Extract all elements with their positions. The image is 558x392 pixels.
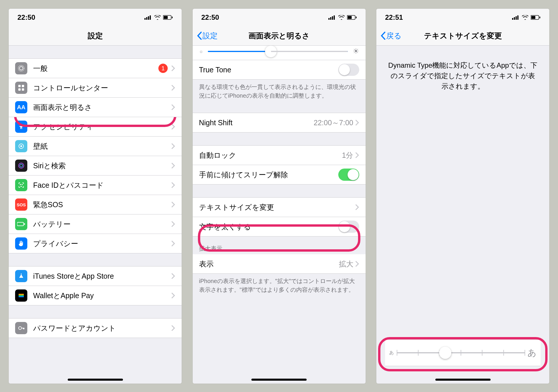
svg-rect-31 bbox=[348, 16, 352, 19]
svg-rect-34 bbox=[514, 17, 515, 20]
svg-rect-5 bbox=[164, 16, 168, 19]
raise-toggle[interactable] bbox=[338, 169, 359, 181]
row-siri[interactable]: Siriと検索 bbox=[9, 156, 182, 176]
svg-point-15 bbox=[20, 145, 22, 147]
chevron-left-icon bbox=[380, 32, 386, 40]
row-control-center[interactable]: コントロールセンター bbox=[9, 78, 182, 98]
status-bar: 22:50 bbox=[9, 9, 182, 26]
row-sos[interactable]: SOS 緊急SOS bbox=[9, 195, 182, 214]
chevron-right-icon bbox=[171, 143, 175, 149]
svg-rect-20 bbox=[17, 222, 24, 226]
svg-rect-1 bbox=[146, 17, 147, 20]
chevron-right-icon bbox=[355, 204, 359, 210]
back-button[interactable]: 設定 bbox=[193, 31, 218, 41]
svg-rect-29 bbox=[334, 15, 335, 20]
battery-icon bbox=[15, 218, 27, 230]
svg-rect-22 bbox=[19, 294, 24, 295]
text-size-icon: AA bbox=[15, 101, 27, 113]
row-battery[interactable]: バッテリー bbox=[9, 214, 182, 234]
chevron-right-icon bbox=[171, 85, 175, 91]
appstore-icon bbox=[15, 270, 27, 282]
sun-large-icon: ☀ bbox=[353, 47, 359, 56]
small-a-label: あ bbox=[389, 350, 394, 356]
signal-icon bbox=[512, 15, 520, 20]
chevron-right-icon bbox=[171, 162, 175, 169]
chevron-right-icon bbox=[171, 182, 175, 188]
control-center-icon bbox=[15, 82, 27, 94]
svg-rect-9 bbox=[18, 85, 21, 87]
svg-rect-26 bbox=[328, 18, 330, 20]
svg-point-13 bbox=[20, 124, 22, 126]
svg-rect-11 bbox=[18, 88, 21, 91]
chevron-right-icon bbox=[171, 201, 175, 208]
display-brightness-screen: 22:50 設定 画面表示と明るさ ☼ ☀ True Tone 異なる環境でも色… bbox=[193, 9, 366, 384]
home-indicator bbox=[68, 379, 123, 381]
status-icons bbox=[328, 15, 357, 20]
chevron-right-icon bbox=[355, 152, 359, 158]
svg-point-7 bbox=[19, 67, 23, 70]
row-nightshift[interactable]: Night Shift 22:00～7:00 bbox=[193, 113, 366, 133]
home-indicator bbox=[435, 379, 491, 381]
svg-rect-27 bbox=[330, 17, 331, 20]
svg-rect-12 bbox=[22, 88, 24, 91]
chevron-right-icon bbox=[171, 104, 175, 110]
brightness-slider[interactable] bbox=[208, 51, 348, 52]
chevron-right-icon bbox=[171, 240, 175, 247]
brightness-slider-row: ☼ ☀ bbox=[193, 46, 366, 60]
clock: 22:50 bbox=[17, 13, 35, 22]
text-size-screen: 22:51 戻る テキストサイズを変更 Dynamic Type機能に対応してい… bbox=[376, 9, 549, 384]
badge: 1 bbox=[158, 64, 168, 73]
svg-point-16 bbox=[19, 163, 24, 168]
row-autolock[interactable]: 自動ロック 1分 bbox=[193, 145, 366, 165]
clock: 22:50 bbox=[201, 13, 219, 22]
row-itunes[interactable]: iTunes StoreとApp Store bbox=[9, 266, 182, 286]
row-passwords[interactable]: パスワードとアカウント bbox=[9, 318, 182, 338]
row-wallet[interactable]: WalletとApple Pay bbox=[9, 286, 182, 305]
signal-icon bbox=[328, 15, 336, 20]
nav-bar: 設定 画面表示と明るさ bbox=[193, 26, 366, 46]
row-wallpaper[interactable]: 壁紙 bbox=[9, 137, 182, 156]
nav-bar: 設定 bbox=[9, 26, 182, 46]
svg-rect-36 bbox=[517, 15, 518, 20]
row-faceid[interactable]: Face IDとパスコード bbox=[9, 176, 182, 195]
svg-rect-21 bbox=[24, 223, 25, 225]
battery-icon bbox=[163, 15, 173, 20]
accessibility-icon bbox=[15, 121, 27, 133]
truetone-toggle[interactable] bbox=[338, 64, 359, 76]
battery-icon bbox=[531, 15, 541, 20]
zoom-header: 拡大表示 bbox=[193, 237, 366, 254]
nav-bar: 戻る テキストサイズを変更 bbox=[376, 26, 549, 46]
chevron-right-icon bbox=[171, 273, 175, 279]
svg-rect-38 bbox=[531, 16, 535, 19]
row-accessibility[interactable]: アクセシビリティ bbox=[9, 117, 182, 137]
settings-screen: 22:50 設定 一般 1 コントロールセンター AA 画面表示と明るさ bbox=[9, 9, 182, 384]
wifi-icon bbox=[522, 15, 528, 20]
row-privacy[interactable]: プライバシー bbox=[9, 234, 182, 253]
slider-knob[interactable] bbox=[439, 347, 451, 359]
row-truetone[interactable]: True Tone bbox=[193, 60, 366, 80]
home-indicator bbox=[251, 379, 307, 381]
svg-rect-28 bbox=[332, 16, 333, 20]
row-general[interactable]: 一般 1 bbox=[9, 58, 182, 78]
text-size-slider-area: あ あ bbox=[385, 339, 541, 366]
page-title: テキストサイズを変更 bbox=[424, 31, 502, 41]
row-raise-to-wake[interactable]: 手前に傾けてスリープ解除 bbox=[193, 165, 366, 185]
row-text-size[interactable]: テキストサイズを変更 bbox=[193, 197, 366, 217]
row-bold-text[interactable]: 文字を太くする bbox=[193, 217, 366, 237]
text-size-slider[interactable] bbox=[397, 352, 525, 353]
svg-rect-0 bbox=[144, 18, 146, 20]
sun-small-icon: ☼ bbox=[199, 49, 203, 54]
slider-knob[interactable] bbox=[265, 46, 277, 57]
row-display-zoom[interactable]: 表示 拡大 bbox=[193, 254, 366, 274]
status-icons bbox=[512, 15, 541, 20]
bold-toggle[interactable] bbox=[338, 221, 359, 233]
siri-icon bbox=[15, 160, 27, 172]
signal-icon bbox=[144, 15, 152, 20]
row-display-brightness[interactable]: AA 画面表示と明るさ bbox=[9, 98, 182, 117]
wallpaper-icon bbox=[15, 140, 27, 152]
battery-icon bbox=[347, 15, 357, 20]
back-button[interactable]: 戻る bbox=[376, 31, 402, 41]
zoom-description: iPhoneの表示を選択します。"拡大"ではコントロールが拡大表示されます。"標… bbox=[193, 274, 366, 294]
chevron-right-icon bbox=[355, 261, 359, 267]
svg-rect-23 bbox=[19, 295, 24, 296]
